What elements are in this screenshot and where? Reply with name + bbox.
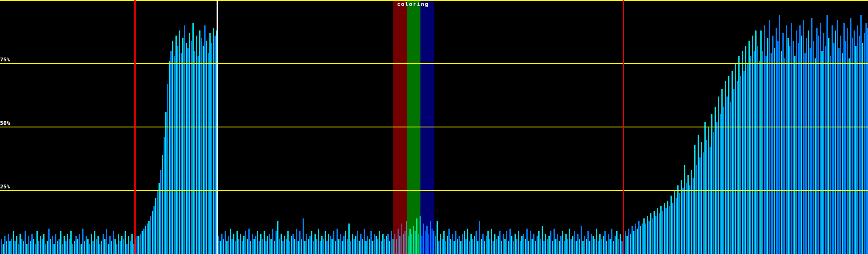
bar	[57, 241, 58, 254]
bar	[525, 239, 526, 254]
bar	[687, 175, 689, 254]
bar	[362, 239, 363, 254]
bar	[106, 229, 107, 254]
bar	[160, 170, 161, 254]
red-marker-line-1	[134, 0, 136, 254]
bar	[70, 231, 72, 254]
bar	[331, 239, 333, 254]
bar	[842, 53, 843, 254]
bar	[270, 239, 272, 254]
bar	[589, 241, 590, 254]
bar	[799, 25, 801, 254]
bar	[515, 234, 516, 254]
bar	[14, 241, 16, 254]
bar	[637, 229, 638, 254]
bar	[755, 30, 757, 254]
bar	[453, 241, 455, 254]
bar	[684, 165, 685, 254]
bar	[387, 234, 389, 254]
bar	[128, 236, 129, 254]
bar	[230, 229, 231, 254]
bar	[377, 239, 378, 254]
y-axis-label-75: 75%	[0, 56, 10, 63]
bar	[64, 236, 65, 254]
bar	[13, 231, 14, 254]
bar	[572, 236, 573, 254]
bar	[86, 236, 87, 254]
bar	[223, 239, 224, 254]
bar	[826, 15, 828, 254]
bar	[53, 244, 55, 254]
bar	[711, 114, 712, 254]
bar	[621, 241, 623, 254]
bar	[616, 231, 618, 254]
bar	[384, 239, 385, 254]
bar	[181, 53, 182, 254]
bar	[252, 234, 253, 254]
bar	[145, 226, 146, 254]
bar	[265, 241, 267, 254]
bar	[291, 236, 292, 254]
bar	[838, 48, 840, 254]
bar	[4, 236, 6, 254]
bar	[560, 236, 562, 254]
bar	[177, 46, 178, 254]
bar	[691, 170, 692, 254]
bar	[860, 15, 862, 254]
bar	[628, 229, 629, 254]
bar	[211, 43, 212, 254]
bar	[484, 241, 485, 254]
bar	[281, 234, 282, 254]
bar	[482, 234, 484, 254]
bar	[492, 241, 494, 254]
bar	[314, 234, 316, 254]
bar	[725, 81, 726, 254]
bar	[50, 239, 51, 254]
bar	[594, 239, 595, 254]
bar	[837, 20, 838, 254]
bar	[640, 226, 641, 254]
bar	[543, 241, 545, 254]
bar	[460, 241, 462, 254]
bar	[765, 56, 767, 254]
bar	[781, 51, 782, 254]
bar	[443, 231, 445, 254]
bar	[728, 76, 729, 254]
bar	[130, 241, 131, 254]
gridline-100	[0, 0, 868, 1]
bar	[23, 241, 24, 254]
bar	[555, 239, 556, 254]
bar	[598, 241, 599, 254]
bar	[75, 236, 77, 254]
bar	[613, 241, 614, 254]
bar	[635, 224, 636, 254]
bar	[701, 142, 702, 254]
bar	[97, 236, 99, 254]
bar	[114, 239, 116, 254]
bar	[550, 231, 551, 254]
bar	[547, 239, 548, 254]
red-band	[393, 1, 407, 254]
bar	[191, 41, 192, 254]
bar	[664, 203, 665, 254]
bar	[182, 38, 184, 254]
bar	[82, 229, 83, 254]
bar	[801, 36, 802, 254]
bar	[30, 241, 31, 254]
bar	[120, 241, 121, 254]
bar	[364, 229, 365, 254]
bar	[386, 236, 387, 254]
bar	[326, 241, 328, 254]
bar	[518, 231, 519, 254]
bar	[352, 234, 353, 254]
bar	[577, 234, 579, 254]
bar	[750, 56, 751, 254]
bar	[25, 231, 26, 254]
bar	[226, 241, 228, 254]
bar	[835, 30, 836, 254]
bar	[669, 206, 670, 254]
bar	[277, 221, 278, 254]
bar	[803, 20, 804, 254]
bar	[737, 81, 738, 254]
bar	[676, 198, 677, 254]
